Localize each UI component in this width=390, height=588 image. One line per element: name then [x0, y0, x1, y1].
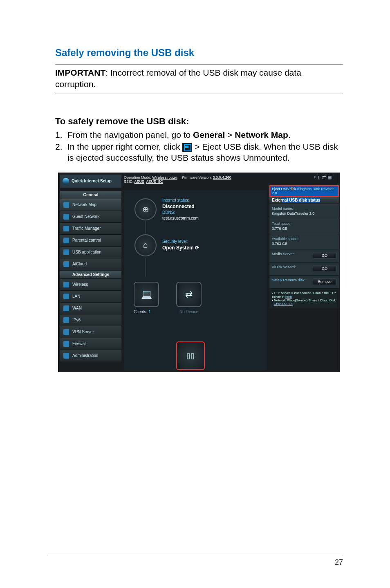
available-space-field: Available space: 3.763 GB — [269, 234, 339, 249]
status-bar: Operation Mode: Wireless router Firmware… — [124, 175, 231, 184]
important-box: IMPORTANT: Incorrect removal of the USB … — [55, 64, 343, 94]
step-1: 1. From the navigation panel, go to Gene… — [55, 129, 343, 140]
section-title: Safely removing the USB disk — [55, 47, 343, 58]
sidebar-item-aicloud[interactable]: AiCloud — [60, 258, 121, 270]
step-body: In the upper right corner, click > Eject… — [67, 141, 343, 164]
security-value: Open System ⟳ — [162, 245, 199, 251]
cloud-icon — [63, 261, 69, 267]
eject-usb-popup[interactable]: Eject USB disk Kingston DataTraveler 2.0 — [269, 185, 339, 197]
safely-remove-field: Safely Remove disk: Remove — [269, 275, 339, 288]
smb-path-link[interactable]: \\192.168.1.1 — [273, 302, 293, 306]
step-2: 2. In the upper right corner, click > Ej… — [55, 141, 343, 164]
sidebar-item-usb-application[interactable]: USB application — [60, 246, 121, 258]
top-icon-bar: ♀▯⇄▤ — [313, 175, 333, 180]
map-icon — [63, 202, 69, 208]
router-admin-screenshot: Quick Internet Setup Operation Mode: Wir… — [58, 173, 340, 372]
vpn-icon — [63, 329, 69, 335]
eject-label: Eject USB disk — [272, 187, 297, 191]
wand-icon — [63, 178, 69, 184]
ftp-here-link[interactable]: here — [285, 295, 292, 298]
subheading: To safely remove the USB disk: — [55, 116, 343, 127]
no-device-tile[interactable]: ⇄ — [176, 282, 202, 307]
lock-icon — [63, 238, 69, 243]
wan-icon — [63, 305, 69, 311]
footer-rule — [47, 555, 343, 555]
sidebar-item-guest-network[interactable]: Guest Network — [60, 211, 121, 222]
page-number: 27 — [335, 558, 343, 567]
admin-icon — [63, 353, 69, 359]
guest-icon — [63, 214, 69, 220]
remove-button[interactable]: Remove — [313, 278, 336, 285]
usb-icon[interactable]: ⇄ — [322, 175, 327, 180]
aidisk-go-button[interactable]: GO — [313, 265, 336, 272]
sidebar-item-firewall[interactable]: Firewall — [60, 338, 121, 350]
step-number: 1. — [55, 129, 67, 140]
clients-label: Clients: 1 — [134, 310, 151, 314]
sidebar-item-wan[interactable]: WAN — [60, 302, 121, 314]
footer-notes: • FTP server is not enabled. Enable the … — [269, 288, 339, 308]
ipv6-icon — [63, 317, 69, 323]
right-panel: Eject USB disk Kingston DataTraveler 2.0… — [269, 185, 339, 308]
model-name-field: Model name: Kingston DataTraveler 2.0 — [269, 204, 339, 219]
sidebar-item-administration[interactable]: Administration — [60, 350, 121, 361]
quick-internet-setup[interactable]: Quick Internet Setup — [60, 175, 121, 188]
ssid-link[interactable]: ASUS — [134, 180, 145, 184]
op-mode-link[interactable]: Wireless router — [152, 175, 177, 180]
doc-icon[interactable]: ▤ — [327, 175, 333, 180]
ext-usb-heading: External USB disk status — [269, 197, 339, 204]
router-icon: ⌂ — [134, 234, 157, 256]
sidebar-item-traffic-manager[interactable]: Traffic Manager — [60, 222, 121, 234]
sidebar-item-ipv6[interactable]: IPv6 — [60, 314, 121, 326]
sidebar-item-wireless[interactable]: Wireless — [60, 278, 121, 290]
sidebar-item-network-map[interactable]: Network Map — [60, 199, 121, 211]
user-icon[interactable]: ♀ — [313, 175, 318, 180]
qis-label: Quick Internet Setup — [72, 179, 112, 183]
usb-disk-tile[interactable]: ▯▯ — [176, 341, 205, 370]
security-tile[interactable]: ⌂ Security level: Open System ⟳ — [134, 234, 199, 256]
internet-tile[interactable]: ⊕ Internet status: Disconnected DDNS: te… — [134, 197, 199, 222]
ddns-label: DDNS: — [162, 210, 199, 215]
sidebar-item-lan[interactable]: LAN — [60, 290, 121, 302]
aidisk-wizard-field: AiDisk Wizard: GO — [269, 262, 339, 275]
connector-line — [145, 258, 146, 277]
ddns-value: test.asuscomm.com — [162, 215, 199, 221]
total-space-field: Total space: 3.776 GB — [269, 219, 339, 234]
sidebar-head-advanced: Advanced Settings — [60, 271, 121, 278]
firewall-icon — [63, 341, 69, 347]
internet-status: Disconnected — [162, 203, 199, 210]
ssid-link-5g[interactable]: ASUS_5G — [146, 180, 164, 184]
sidebar-item-parental-control[interactable]: Parental control — [60, 234, 121, 246]
important-label: IMPORTANT — [55, 68, 105, 77]
steps-list: 1. From the navigation panel, go to Gene… — [55, 129, 343, 164]
center-panel: ⊕ Internet status: Disconnected DDNS: te… — [124, 190, 267, 370]
usb-app-icon — [63, 249, 69, 255]
connector-line — [145, 221, 146, 233]
sidebar-head-general: General — [60, 191, 121, 199]
clients-tile[interactable]: 💻 — [134, 282, 159, 307]
firmware-link[interactable]: 3.0.0.4.260 — [213, 175, 231, 180]
usb-eject-icon — [182, 143, 192, 152]
media-server-field: Media Server: GO — [269, 249, 339, 262]
internet-status-label: Internet status: — [162, 197, 199, 203]
page-icon[interactable]: ▯ — [318, 175, 322, 180]
security-label: Security level: — [162, 239, 199, 245]
lan-icon — [63, 294, 69, 299]
sidebar-item-vpn-server[interactable]: VPN Server — [60, 326, 121, 338]
globe-icon: ⊕ — [134, 198, 157, 220]
traffic-icon — [63, 226, 69, 231]
sidebar: General Network Map Guest Network Traffi… — [60, 190, 121, 361]
step-number: 2. — [55, 141, 67, 164]
no-device-label: No Device — [176, 310, 202, 314]
step-body: From the navigation panel, go to General… — [67, 129, 343, 140]
wifi-icon — [63, 282, 69, 287]
media-server-go-button[interactable]: GO — [313, 252, 336, 259]
